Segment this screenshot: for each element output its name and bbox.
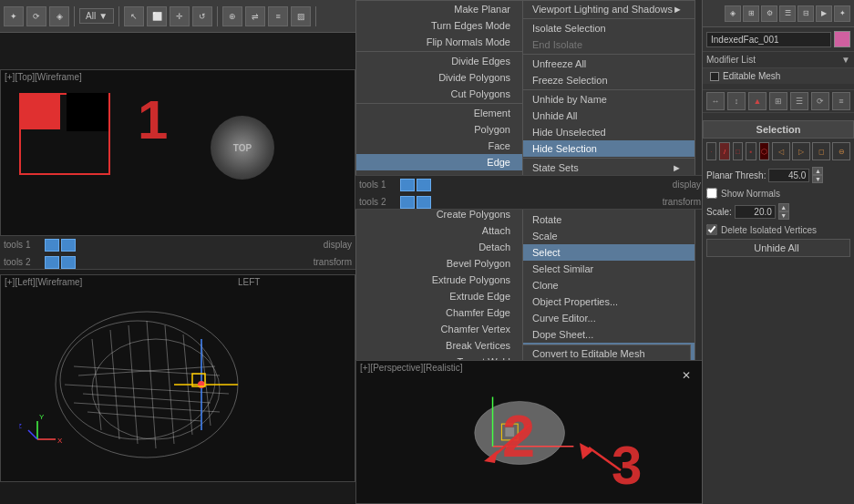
sel-icon-loop[interactable]: ⊖ bbox=[832, 142, 850, 160]
new-icon[interactable]: ✦ bbox=[4, 6, 24, 26]
planar-thresh-label: Planar Thresh: bbox=[706, 170, 766, 180]
menu-unfreeze-all[interactable]: Unfreeze All bbox=[523, 56, 695, 72]
menu-freeze-selection[interactable]: Freeze Selection bbox=[523, 72, 695, 88]
rt-icon-2[interactable]: ⊞ bbox=[743, 5, 759, 22]
menu-hide-selection[interactable]: Hide Selection bbox=[523, 140, 695, 157]
menu-divide-polygons[interactable]: Divide Polygons bbox=[356, 69, 523, 86]
tools2-mid-box1[interactable] bbox=[400, 196, 415, 209]
svg-line-14 bbox=[83, 394, 211, 403]
menu-make-planar[interactable]: Make Planar bbox=[356, 1, 523, 17]
rt-icon-4[interactable]: ☰ bbox=[779, 5, 796, 22]
sel-icon-5[interactable]: ⬡ bbox=[759, 142, 769, 160]
menu-clone[interactable]: Clone bbox=[523, 277, 695, 293]
sel-icon-shrink[interactable]: ◁ bbox=[772, 142, 790, 160]
menu-edge[interactable]: Edge bbox=[356, 154, 523, 170]
menu-rotate[interactable]: Rotate bbox=[523, 211, 695, 228]
editable-mesh-checkbox[interactable] bbox=[710, 72, 719, 81]
menu-curve-editor[interactable]: Curve Editor... bbox=[523, 310, 695, 326]
rt2-icon-7[interactable]: ≡ bbox=[832, 92, 850, 110]
open-icon[interactable]: ⟳ bbox=[26, 6, 46, 26]
menu-extrude-edge[interactable]: Extrude Edge bbox=[356, 288, 523, 304]
menu-cut-polygons[interactable]: Cut Polygons bbox=[356, 86, 523, 102]
rotate-icon[interactable]: ↺ bbox=[192, 6, 212, 26]
menu-element[interactable]: Element bbox=[356, 105, 523, 121]
planar-thresh-input[interactable] bbox=[768, 169, 809, 182]
menu-scale[interactable]: Scale bbox=[523, 228, 695, 244]
rt-icon-1[interactable]: ◈ bbox=[725, 5, 741, 22]
rt2-icon-4[interactable]: ⊞ bbox=[769, 92, 787, 110]
rt-icon-6[interactable]: ▶ bbox=[816, 5, 832, 22]
menu-chamfer-vertex[interactable]: Chamfer Vertex bbox=[356, 321, 523, 337]
mirror-icon[interactable]: ⇌ bbox=[245, 6, 265, 26]
rt-icon-3[interactable]: ⚙ bbox=[761, 5, 777, 22]
move-icon[interactable]: ✛ bbox=[170, 6, 190, 26]
menu-attach[interactable]: Attach bbox=[356, 222, 523, 239]
sel-icon-2[interactable]: / bbox=[719, 142, 729, 160]
sel-icon-grow[interactable]: ▷ bbox=[792, 142, 810, 160]
modifier-dropdown-icon[interactable]: ▼ bbox=[841, 55, 850, 65]
menu-dope-sheet[interactable]: Dope Sheet... bbox=[523, 326, 695, 343]
menu-chamfer-edge[interactable]: Chamfer Edge bbox=[356, 304, 523, 321]
editable-mesh-row[interactable]: Editable Mesh bbox=[703, 68, 854, 84]
menu-hide-unselected[interactable]: Hide Unselected bbox=[523, 124, 695, 140]
rt2-icon-2[interactable]: ↕ bbox=[727, 92, 746, 110]
menu-polygon[interactable]: Polygon bbox=[356, 121, 523, 138]
menu-object-properties[interactable]: Object Properties... bbox=[523, 293, 695, 310]
snap-icon[interactable]: ⊕ bbox=[222, 6, 242, 26]
scale-input[interactable] bbox=[735, 205, 776, 219]
middle-panel: Make Planar Turn Edges Mode Flip Normals… bbox=[355, 0, 711, 504]
perspective-viewport-label: [+][Perspective][Realistic] bbox=[360, 363, 463, 373]
tools1-blue-box2[interactable] bbox=[61, 239, 76, 252]
rt2-icon-1[interactable]: ↔ bbox=[706, 92, 725, 110]
tools2-blue-box[interactable] bbox=[45, 256, 59, 269]
selection-header[interactable]: Selection bbox=[703, 120, 854, 139]
delete-isolated-checkbox[interactable] bbox=[706, 224, 717, 235]
tools2-mid-box2[interactable] bbox=[417, 196, 431, 209]
menu-extrude-polygons[interactable]: Extrude Polygons bbox=[356, 272, 523, 288]
menu-select-similar[interactable]: Select Similar bbox=[523, 261, 695, 277]
menu-divide-edges[interactable]: Divide Edges bbox=[356, 53, 523, 69]
material-name-input[interactable] bbox=[706, 32, 831, 47]
planar-spin-down[interactable]: ▼ bbox=[812, 175, 823, 183]
menu-isolate-selection[interactable]: Isolate Selection bbox=[523, 20, 695, 36]
sel-icon-1[interactable]: · bbox=[706, 142, 716, 160]
tools1-mid-box2[interactable] bbox=[417, 179, 431, 191]
rt-icon-5[interactable]: ⊟ bbox=[797, 5, 814, 22]
rt-icon-7[interactable]: ✦ bbox=[834, 5, 850, 22]
menu-unhide-by-name[interactable]: Unhide by Name bbox=[523, 91, 695, 108]
sel-icon-ring[interactable]: ◻ bbox=[812, 142, 830, 160]
menu-unhide-all[interactable]: Unhide All bbox=[523, 108, 695, 124]
menu-viewport-lighting[interactable]: Viewport Lighting and Shadows ► bbox=[523, 1, 695, 17]
rt2-icon-3[interactable]: ▲ bbox=[748, 92, 767, 110]
menu-bevel-polygon[interactable]: Bevel Polygon bbox=[356, 255, 523, 272]
scale-spin-up[interactable]: ▲ bbox=[778, 203, 789, 211]
menu-face[interactable]: Face bbox=[356, 138, 523, 154]
tools1-mid-box1[interactable] bbox=[400, 179, 415, 191]
color-swatch[interactable] bbox=[834, 31, 850, 47]
viewport-perspective-bottom[interactable]: [+][Perspective][Realistic] ✕ 2 3 bbox=[355, 360, 705, 504]
select-rect-icon[interactable]: ⬜ bbox=[147, 6, 167, 26]
sel-icon-4[interactable]: ▪ bbox=[746, 142, 756, 160]
scale-spin-down[interactable]: ▼ bbox=[778, 211, 789, 220]
cursor-icon[interactable]: ↖ bbox=[124, 6, 144, 26]
all-dropdown[interactable]: All ▼ bbox=[79, 8, 114, 24]
menu-break-vertices[interactable]: Break Vertices bbox=[356, 337, 523, 354]
tools2-blue-box2[interactable] bbox=[61, 256, 76, 269]
unhide-all-btn[interactable]: Unhide All bbox=[706, 239, 850, 257]
tools1-blue-box[interactable] bbox=[45, 239, 59, 252]
align-icon[interactable]: ≡ bbox=[268, 6, 288, 26]
menu-detach[interactable]: Detach bbox=[356, 239, 523, 255]
show-normals-checkbox[interactable] bbox=[706, 188, 717, 199]
sel-icon-3[interactable]: □ bbox=[733, 142, 743, 160]
layer-icon[interactable]: ▨ bbox=[291, 6, 311, 26]
viewport-bottom-left[interactable]: [+][Left][Wireframe] bbox=[0, 274, 355, 482]
menu-state-sets[interactable]: State Sets ► bbox=[523, 159, 695, 176]
menu-turn-edges-mode[interactable]: Turn Edges Mode bbox=[356, 17, 523, 34]
rt2-icon-5[interactable]: ☰ bbox=[790, 92, 808, 110]
svg-line-5 bbox=[74, 403, 220, 412]
menu-select[interactable]: Select bbox=[523, 244, 695, 261]
planar-spin-up[interactable]: ▲ bbox=[812, 167, 823, 175]
menu-flip-normals[interactable]: Flip Normals Mode bbox=[356, 34, 523, 50]
rt2-icon-6[interactable]: ⟳ bbox=[811, 92, 829, 110]
save-icon[interactable]: ◈ bbox=[49, 6, 69, 26]
